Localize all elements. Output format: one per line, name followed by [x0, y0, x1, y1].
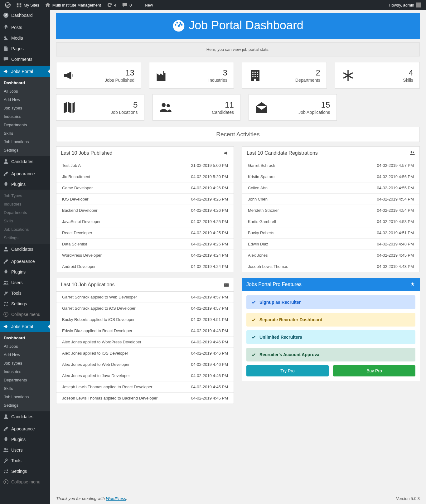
menu-collapse[interactable]: Collapse menu — [0, 309, 50, 320]
check-icon — [251, 317, 256, 322]
pro-feature: Signup as Recruiter — [246, 295, 415, 309]
menu-pages[interactable]: Pages — [0, 43, 50, 54]
menu-appearance-3[interactable]: Appearance — [0, 424, 50, 434]
stat-departments: 2Departments — [242, 62, 327, 89]
dashboard-icon — [172, 20, 185, 32]
submenu-ghost: Job Types Industries Departments Skills … — [0, 190, 50, 244]
list-row: Joseph Lewis Thomas applied to Backend D… — [56, 393, 234, 404]
panel-pro-features: Jobs Portal Pro Features Signup as Recru… — [242, 278, 420, 381]
my-sites[interactable]: My Sites — [14, 0, 42, 10]
submenu-skills-2[interactable]: Skills — [0, 384, 50, 393]
menu-candidates-2[interactable]: Candidates — [0, 244, 50, 254]
menu-plugins-2[interactable]: Plugins — [0, 267, 50, 277]
submenu-departments-2[interactable]: Departments — [0, 376, 50, 384]
version-label: Version 5.0.3 — [396, 496, 420, 501]
submenu-job-types-2[interactable]: Job Types — [0, 359, 50, 367]
menu-jobs-portal[interactable]: Jobs Portal — [0, 66, 50, 77]
howdy[interactable]: Howdy, admin — [386, 0, 424, 10]
submenu-industries[interactable]: Industries — [0, 112, 50, 121]
submenu-jobs-portal-2: Dashboard All Jobs Add New Job Types Ind… — [0, 332, 50, 411]
stat-skills: 4Skills — [335, 62, 420, 89]
submenu-all-jobs-2[interactable]: All Jobs — [0, 342, 50, 351]
menu-candidates-3[interactable]: Candidates — [0, 411, 50, 422]
list-row: Jio Recruitment04-02-2019 5:20 PM — [56, 171, 234, 182]
list-row: Joseph Lewis Thomas applied to React Dev… — [56, 381, 234, 393]
my-sites-label: My Sites — [24, 3, 39, 7]
stats-row-1: 13Jobs Published 3Industries 2Department… — [56, 62, 420, 89]
submenu-dashboard[interactable]: Dashboard — [0, 79, 50, 87]
menu-users-2[interactable]: Users — [0, 445, 50, 455]
menu-collapse-2[interactable]: Collapse menu — [0, 477, 50, 487]
menu-settings[interactable]: Settings — [0, 298, 50, 309]
building-icon — [249, 69, 262, 82]
new-content[interactable]: New — [135, 0, 155, 10]
submenu-job-types[interactable]: Job Types — [0, 104, 50, 112]
submenu-departments[interactable]: Departments — [0, 121, 50, 129]
list-row: React Developer04-02-2019 4:25 PM — [56, 227, 234, 239]
list-row: Android Developer04-02-2019 4:24 PM — [56, 261, 234, 272]
list-row: Alex Jones applied to Web Developer04-02… — [56, 359, 234, 370]
check-icon — [251, 352, 256, 357]
buy-pro-button[interactable]: Buy Pro — [333, 365, 415, 376]
stats-row-2: 5Job Locations 11Candidates 15Job Applic… — [56, 94, 420, 121]
list-row: Backend Developer04-02-2019 4:26 PM — [56, 205, 234, 216]
panel-cands-title: Last 10 Candidate Registrations — [247, 150, 318, 156]
asterisk-icon — [341, 69, 355, 82]
submenu-skills[interactable]: Skills — [0, 129, 50, 138]
panel-last-jobs: Last 10 Jobs Published Test Job A21-02-2… — [56, 146, 234, 272]
submenu-job-locations-2[interactable]: Job Locations — [0, 393, 50, 401]
footer: Thank you for creating with WordPress. V… — [56, 496, 420, 501]
updates-count: 4 — [114, 3, 116, 7]
submenu-job-locations[interactable]: Job Locations — [0, 138, 50, 146]
list-row: JavaScript Developer04-02-2019 4:25 PM — [56, 216, 234, 227]
submenu-industries-2[interactable]: Industries — [0, 367, 50, 376]
stat-job-locations: 5Job Locations — [56, 94, 144, 121]
menu-settings-2[interactable]: Settings — [0, 466, 50, 477]
menu-dashboard[interactable]: Dashboard — [0, 10, 50, 21]
menu-appearance-2[interactable]: Appearance — [0, 256, 50, 267]
comments-bubble[interactable]: 0 — [119, 0, 134, 10]
page-banner: Job Portal Dashboard — [56, 13, 420, 39]
submenu-all-jobs[interactable]: All Jobs — [0, 87, 50, 95]
recent-activities-header: Recent Activities — [56, 127, 420, 142]
menu-posts[interactable]: Posts — [0, 22, 50, 33]
list-row: Edwin Diaz04-02-2019 4:48 PM — [242, 239, 419, 250]
menu-tools-2[interactable]: Tools — [0, 455, 50, 466]
panel-last-applications: Last 10 Job Applications Garret Schrack … — [56, 278, 234, 404]
menu-jobs-portal-2[interactable]: Jobs Portal — [0, 321, 50, 332]
stat-candidates: 11Candidates — [152, 94, 241, 121]
menu-appearance[interactable]: Appearance — [0, 168, 50, 179]
submenu-add-new-2[interactable]: Add New — [0, 351, 50, 359]
list-row: Game Developer04-02-2019 4:26 PM — [56, 182, 234, 194]
menu-tools[interactable]: Tools — [0, 288, 50, 298]
wordpress-link[interactable]: WordPress — [106, 496, 126, 501]
site-name[interactable]: Multi Institute Management — [42, 0, 104, 10]
list-row: Garret Schrack applied to iOS Developer0… — [56, 303, 234, 314]
content-area: Job Portal Dashboard Here, you can view … — [50, 10, 426, 504]
menu-plugins[interactable]: Plugins — [0, 179, 50, 190]
updates[interactable]: 4 — [104, 0, 119, 10]
submenu-jobs-portal: Dashboard All Jobs Add New Job Types Ind… — [0, 77, 50, 156]
menu-users[interactable]: Users — [0, 277, 50, 288]
submenu-dashboard-2[interactable]: Dashboard — [0, 334, 50, 342]
panel-pro-title: Jobs Portal Pro Features — [246, 282, 302, 287]
menu-plugins-3[interactable]: Plugins — [0, 434, 50, 445]
bullhorn-icon — [63, 69, 76, 82]
stat-industries: 3Industries — [149, 62, 234, 89]
wp-logo[interactable] — [2, 0, 13, 10]
list-row: Alex Jones04-02-2019 4:45 PM — [242, 250, 419, 261]
list-row: Bucky Roberts applied to iOS Developer04… — [56, 314, 234, 325]
menu-comments[interactable]: Comments — [0, 54, 50, 65]
howdy-label: Howdy, admin — [389, 3, 414, 7]
factory-icon — [156, 69, 169, 82]
pro-feature: Recruiter's Account Approval — [246, 348, 415, 361]
panel-jobs-title: Last 10 Jobs Published — [61, 150, 112, 156]
list-row: iOS Developer04-02-2019 4:26 PM — [56, 194, 234, 205]
menu-media[interactable]: Media — [0, 33, 50, 43]
map-icon — [63, 101, 76, 114]
submenu-settings[interactable]: Settings — [0, 146, 50, 154]
menu-candidates[interactable]: Candidates — [0, 156, 50, 167]
try-pro-button[interactable]: Try Pro — [246, 365, 329, 376]
submenu-settings-2[interactable]: Settings — [0, 401, 50, 410]
submenu-add-new[interactable]: Add New — [0, 95, 50, 104]
